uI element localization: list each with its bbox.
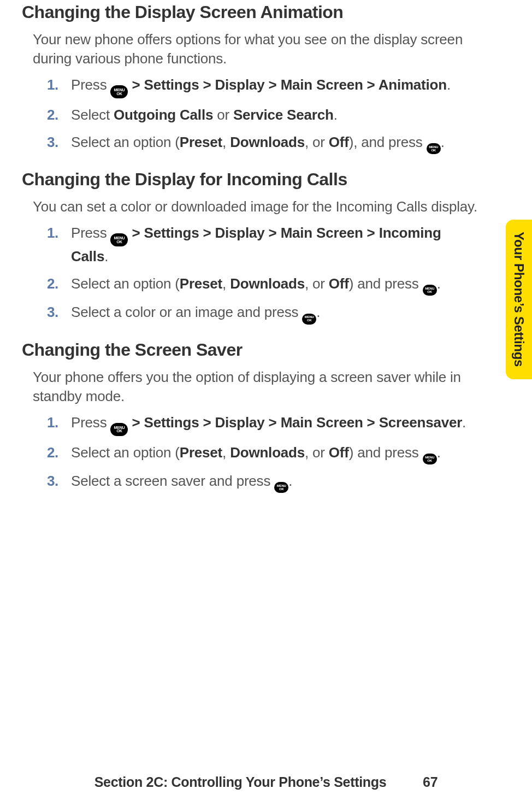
section-tab: Your Phone’s Settings (506, 220, 532, 379)
step: 1. Press MENUOK > Settings > Display > M… (47, 223, 477, 267)
step-tail: . (104, 248, 108, 264)
step-text: Select an option ( (71, 134, 180, 150)
intro-incoming-calls: You can set a color or downloaded image … (22, 197, 477, 216)
step: 3. Select a color or an image and press … (47, 302, 477, 324)
page-footer: Section 2C: Controlling Your Phone’s Set… (0, 774, 532, 790)
step: 2. Select an option (Preset, Downloads, … (47, 443, 477, 464)
heading-animation: Changing the Display Screen Animation (22, 2, 477, 22)
step-tail: . (447, 77, 451, 93)
step-number: 2. (47, 105, 58, 126)
steps-animation: 1. Press MENUOK > Settings > Display > M… (22, 75, 477, 154)
step: 1. Press MENUOK > Settings > Display > M… (47, 413, 477, 436)
step-text: Select a color or an image and press (71, 304, 302, 320)
page-container: Changing the Display Screen Animation Yo… (0, 0, 532, 812)
step-text: Select an option ( (71, 275, 180, 292)
heading-incoming-calls: Changing the Display for Incoming Calls (22, 169, 477, 190)
menu-ok-icon: MENUOK (302, 314, 316, 325)
menu-ok-icon: MENUOK (427, 143, 441, 154)
menu-ok-icon: MENUOK (110, 233, 128, 246)
option: Preset (180, 444, 222, 461)
step-number: 1. (47, 413, 58, 433)
step: 2. Select an option (Preset, Downloads, … (47, 274, 477, 296)
heading-screen-saver: Changing the Screen Saver (22, 340, 477, 360)
step: 3. Select a screen saver and press MENUO… (47, 471, 477, 493)
step-tail: . (441, 134, 445, 150)
nav-path: > Settings > Display > Main Screen > Inc… (71, 225, 441, 264)
menu-ok-icon: MENUOK (110, 85, 128, 98)
menu-ok-icon: MENUOK (110, 423, 128, 436)
menu-ok-icon: MENUOK (423, 454, 437, 464)
option: Service Search (233, 107, 334, 123)
option: Outgoing Calls (114, 107, 213, 123)
intro-animation: Your new phone offers options for what y… (22, 30, 477, 68)
step-number: 2. (47, 443, 58, 463)
step-number: 1. (47, 223, 58, 244)
option: Downloads (230, 275, 305, 292)
option: Off (329, 134, 349, 150)
step-text: Press (71, 225, 110, 241)
step: 3. Select an option (Preset, Downloads, … (47, 132, 477, 154)
step-text: Press (71, 77, 110, 93)
step: 1. Press MENUOK > Settings > Display > M… (47, 75, 477, 98)
step-tail: . (437, 275, 441, 292)
step-tail: . (437, 444, 441, 461)
page-number: 67 (423, 774, 438, 790)
option: Off (329, 444, 349, 461)
step-tail: . (316, 304, 320, 320)
steps-screen-saver: 1. Press MENUOK > Settings > Display > M… (22, 413, 477, 493)
step-text: Press (71, 414, 110, 431)
option: Downloads (230, 134, 305, 150)
step-number: 2. (47, 274, 58, 295)
nav-path: > Settings > Display > Main Screen > Scr… (128, 414, 462, 431)
step-number: 3. (47, 132, 58, 153)
step: 2. Select Outgoing Calls or Service Sear… (47, 105, 477, 126)
section-tab-label: Your Phone’s Settings (511, 232, 527, 367)
content-area: Changing the Display Screen Animation Yo… (22, 0, 477, 493)
step-text: Select a screen saver and press (71, 473, 274, 489)
footer-text: Section 2C: Controlling Your Phone’s Set… (94, 774, 387, 790)
steps-incoming-calls: 1. Press MENUOK > Settings > Display > M… (22, 223, 477, 324)
option: Preset (180, 275, 222, 292)
step-text: Select an option ( (71, 444, 180, 461)
step-number: 1. (47, 75, 58, 96)
option: Off (329, 275, 349, 292)
menu-ok-icon: MENUOK (423, 285, 437, 296)
step-tail: . (462, 414, 466, 431)
nav-path: > Settings > Display > Main Screen > Ani… (128, 77, 446, 93)
option: Preset (180, 134, 222, 150)
intro-screen-saver: Your phone offers you the option of disp… (22, 368, 477, 406)
menu-ok-icon: MENUOK (274, 482, 288, 493)
step-number: 3. (47, 471, 58, 492)
step-tail: . (288, 473, 292, 489)
option: Downloads (230, 444, 305, 461)
step-text: Select (71, 107, 114, 123)
step-number: 3. (47, 302, 58, 323)
